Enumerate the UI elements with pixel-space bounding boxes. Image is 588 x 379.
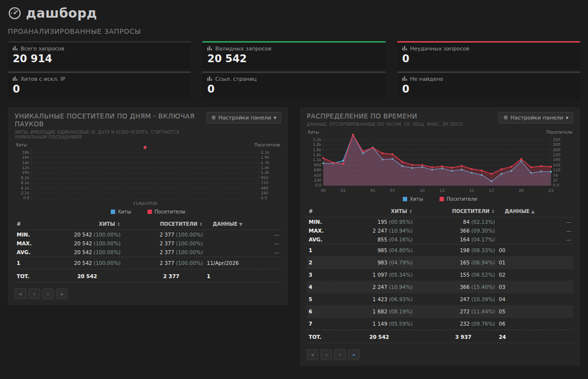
- pagination-next-button[interactable]: ›: [42, 288, 54, 299]
- summary-label: MAX.: [307, 226, 332, 235]
- hits-legend-swatch: [403, 197, 407, 201]
- hits-cell: 20 542 (100.00%): [40, 230, 122, 239]
- row-index: 7: [307, 318, 332, 330]
- total-row: TOT.20 5423 93724: [307, 330, 573, 343]
- pagination: «‹›»: [307, 349, 573, 360]
- sort-icon: ▲: [531, 209, 535, 214]
- table-row[interactable]: 61 682 (08.19%)272 (11.44%)05: [307, 306, 573, 318]
- col-header-data[interactable]: ДАННЫЕ ▼: [205, 218, 281, 230]
- chart-legend: Хиты Посетители: [15, 209, 281, 214]
- summary-label: MAX.: [15, 239, 40, 248]
- pagination-first-button[interactable]: «: [307, 349, 318, 360]
- table-row[interactable]: 42 247 (10.94%)366 (15.40%)03: [307, 281, 573, 293]
- svg-text:240: 240: [261, 191, 268, 195]
- sort-icon: ↕: [491, 209, 495, 214]
- table-header-row: #ХИТЫ ↕ПОСЕТИТЕЛИ ↕ДАННЫЕ ▼: [15, 218, 281, 230]
- table-row[interactable]: 120 542 (100.00%)2 377 (100.00%)11/Apr/2…: [15, 257, 281, 269]
- visitors-cell: 198 (08.33%): [415, 244, 497, 257]
- svg-text:220: 220: [553, 153, 560, 157]
- sort-icon: ↕: [409, 209, 413, 214]
- panel-subtitle: ХИТЫ, ИМЕЮЩИЕ ОДИНАКОВЫЕ IP, ДАТУ И ЮЗЕР…: [15, 130, 206, 140]
- row-index: 6: [307, 306, 332, 318]
- panel-settings-button[interactable]: ⚙ Настройки панели ▾: [498, 112, 573, 123]
- col-header-data[interactable]: ДАННЫЕ ▲: [497, 206, 573, 217]
- pagination: «‹›»: [15, 288, 281, 299]
- table-row[interactable]: 71 149 (05.59%)232 (09.76%)06: [307, 318, 573, 330]
- col-header-index: #: [15, 218, 40, 230]
- hits-cell: 855 (04.16%): [332, 235, 415, 244]
- visitors-cell: 165 (06.94%): [415, 257, 497, 269]
- panel-title: РАСПРЕДЕЛЕНИЕ ПО ВРЕМЕНИ: [307, 112, 464, 120]
- legend-label: Посетители: [446, 196, 477, 202]
- hits-cell: 2 247 (10.94%): [332, 226, 415, 235]
- pagination-prev-button[interactable]: ‹: [28, 288, 40, 299]
- row-index: 5: [307, 293, 332, 306]
- table-row[interactable]: 51 423 (06.93%)247 (10.39%)04: [307, 293, 573, 306]
- svg-text:16k: 16k: [22, 155, 29, 160]
- hits-cell: 985 (04.80%): [332, 244, 415, 257]
- stat-label: Валидных запросов: [215, 46, 271, 52]
- col-header-visitors[interactable]: ПОСЕТИТЕЛИ ↕: [122, 218, 205, 230]
- pagination-last-button[interactable]: »: [56, 288, 68, 299]
- svg-text:260: 260: [553, 148, 560, 152]
- visitors-cell: 2 377 (100.00%): [122, 257, 205, 269]
- total-hits: 20 542: [40, 269, 122, 283]
- summary-row: MIN.20 542 (100.00%)2 377 (100.00%)—: [15, 230, 281, 239]
- panel-title: УНИКАЛЬНЫЕ ПОСЕТИТЕЛИ ПО ДНЯМ - ВКЛЮЧАЯ …: [15, 112, 206, 128]
- visitors-cell: 84 (02.13%): [415, 217, 497, 227]
- hits-cell: 195 (00.95%): [332, 217, 415, 227]
- table-row[interactable]: 31 097 (05.34%)155 (06.52%)02: [307, 269, 573, 281]
- col-header-hits[interactable]: ХИТЫ ↕: [332, 206, 415, 217]
- stat-card-valid-requests: Валидных запросов 20 542: [202, 41, 385, 69]
- stat-label: Хитов с искл. IP: [21, 76, 65, 82]
- stat-value: 20 542: [207, 53, 380, 65]
- hits-cell: 20 542 (100.00%): [40, 239, 122, 248]
- svg-text:1.7k: 1.7k: [261, 161, 270, 165]
- total-label: TOT.: [15, 269, 40, 283]
- col-header-index: #: [307, 206, 332, 217]
- pagination-first-button[interactable]: «: [15, 288, 26, 299]
- hits-cell: 1 423 (06.93%): [332, 293, 415, 306]
- bar-chart-icon: [207, 76, 212, 82]
- app-title: дашборд: [26, 6, 97, 21]
- data-cell: —: [205, 239, 281, 248]
- bar-chart-icon: [13, 46, 18, 52]
- chart-legend: Хиты Посетители: [307, 196, 573, 202]
- unique-visitors-table: #ХИТЫ ↕ПОСЕТИТЕЛИ ↕ДАННЫЕ ▼MIN.20 542 (1…: [15, 218, 281, 283]
- pagination-prev-button[interactable]: ‹: [320, 349, 332, 360]
- pagination-last-button[interactable]: »: [348, 349, 360, 360]
- table-row[interactable]: 1985 (04.80%)198 (08.33%)00: [307, 244, 573, 257]
- summary-row: MAX.20 542 (100.00%)2 377 (100.00%)—: [15, 239, 281, 248]
- svg-text:230: 230: [314, 178, 321, 183]
- dashboard-logo-icon: [8, 6, 22, 20]
- svg-text:05: 05: [370, 189, 375, 193]
- table-row[interactable]: 2983 (04.79%)165 (06.94%)01: [307, 257, 573, 269]
- svg-text:20: 20: [519, 189, 524, 193]
- total-row: TOT.20 5422 3771: [15, 269, 281, 283]
- settings-label: Настройки панели: [511, 115, 564, 121]
- svg-text:12k: 12k: [22, 166, 29, 170]
- summary-label: MIN.: [15, 230, 40, 239]
- data-cell: —: [205, 248, 281, 257]
- bar-chart-icon: [207, 46, 212, 52]
- svg-text:23: 23: [548, 189, 553, 193]
- data-cell: 11/Apr/2026: [205, 257, 281, 269]
- sort-icon: ▼: [239, 222, 243, 227]
- svg-text:710: 710: [261, 181, 268, 185]
- svg-text:Посетители: Посетители: [546, 130, 572, 135]
- panel-settings-button[interactable]: ⚙ Настройки панели ▾: [206, 112, 281, 123]
- pagination-next-button[interactable]: ›: [334, 349, 346, 360]
- stat-card-failed-requests: Неудачных запросов 0: [397, 41, 580, 69]
- svg-text:1.6k: 1.6k: [313, 148, 322, 152]
- svg-text:Хиты: Хиты: [16, 142, 27, 147]
- stat-value: 0: [207, 83, 380, 95]
- panels-row: УНИКАЛЬНЫЕ ПОСЕТИТЕЛИ ПО ДНЯМ - ВКЛЮЧАЯ …: [8, 107, 580, 366]
- hits-cell: 1 149 (05.59%): [332, 318, 415, 330]
- col-header-visitors[interactable]: ПОСЕТИТЕЛИ ↕: [415, 206, 497, 217]
- svg-text:8.2k: 8.2k: [21, 176, 30, 180]
- col-header-hits[interactable]: ХИТЫ ↕: [40, 218, 122, 230]
- hits-cell: 20 542 (100.00%): [40, 257, 122, 269]
- svg-text:0.0: 0.0: [315, 183, 321, 188]
- legend-label: Хиты: [118, 209, 131, 214]
- total-visitors: 2 377: [122, 269, 205, 283]
